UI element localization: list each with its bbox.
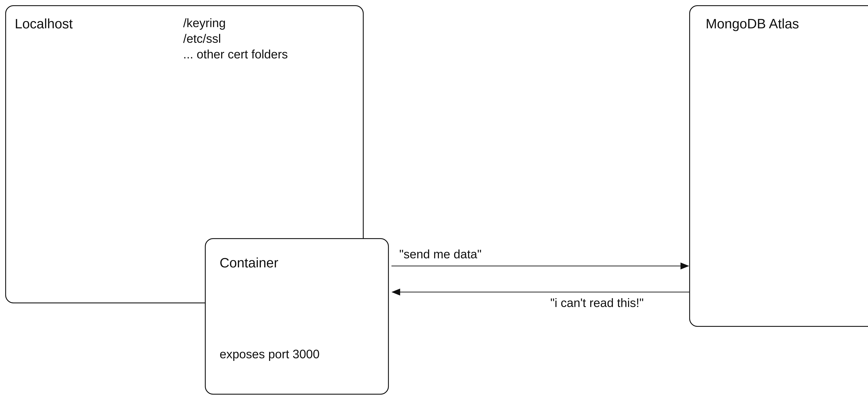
localhost-cert-line-1: /keyring [183,16,226,30]
localhost-cert-line-3: ... other cert folders [183,47,288,61]
atlas-title: MongoDB Atlas [706,16,799,32]
request-arrow [392,262,689,270]
svg-marker-1 [681,262,689,270]
container-title: Container [220,255,278,271]
atlas-box: MongoDB Atlas [689,5,868,327]
container-box: Container exposes port 3000 [205,238,389,395]
localhost-title: Localhost [15,16,73,32]
diagram-canvas: Localhost /keyring /etc/ssl ... other ce… [0,0,868,420]
response-arrow-label: "i can't read this!" [550,296,644,310]
request-arrow-label: "send me data" [399,247,482,261]
svg-marker-3 [392,288,400,296]
container-port-line: exposes port 3000 [220,347,319,361]
response-arrow [392,288,689,296]
localhost-cert-line-2: /etc/ssl [183,31,221,46]
